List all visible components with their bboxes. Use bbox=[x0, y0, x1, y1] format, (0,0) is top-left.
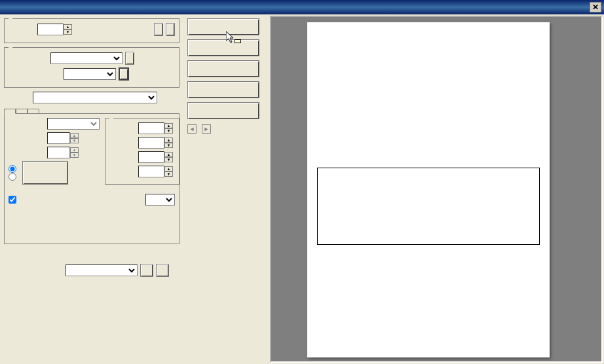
tab-page-layout[interactable] bbox=[4, 109, 16, 114]
close-window-button[interactable]: ✕ bbox=[590, 2, 601, 12]
page-next-button[interactable]: ► bbox=[202, 124, 211, 134]
adjust-fonts-button[interactable] bbox=[22, 161, 68, 185]
margins-group: ▲▼ ▲▼ ▲▼ ▲▼ bbox=[105, 118, 180, 185]
about-button[interactable] bbox=[187, 60, 259, 77]
formatting-add-button[interactable] bbox=[140, 264, 153, 277]
year-up[interactable]: ▲ bbox=[64, 24, 72, 29]
preview-panel bbox=[270, 16, 603, 363]
layout-select[interactable] bbox=[33, 92, 157, 103]
help-button[interactable] bbox=[187, 81, 259, 98]
week-starts-select[interactable] bbox=[64, 68, 116, 80]
formatting-remove-button[interactable] bbox=[156, 264, 169, 277]
tab-body: ▲▼ ▲▼ bbox=[4, 113, 179, 244]
holidays-button[interactable] bbox=[119, 67, 129, 81]
formatting-select[interactable] bbox=[66, 264, 138, 276]
generate-tooltip bbox=[235, 39, 241, 43]
calendar-date-group: ▲▼ bbox=[4, 18, 179, 43]
year-down[interactable]: ▼ bbox=[64, 29, 72, 35]
preview-page bbox=[307, 22, 550, 357]
height-input[interactable] bbox=[47, 147, 70, 158]
margin-bottom-input[interactable] bbox=[138, 166, 164, 177]
margin-top-input[interactable] bbox=[138, 137, 164, 149]
units-select[interactable] bbox=[145, 194, 175, 206]
width-input[interactable] bbox=[47, 132, 70, 144]
margin-right-input[interactable] bbox=[138, 151, 164, 163]
year-input[interactable] bbox=[37, 24, 64, 35]
none-button[interactable] bbox=[166, 23, 175, 36]
collapse-button[interactable] bbox=[187, 102, 259, 119]
titlebar: ✕ bbox=[0, 0, 604, 14]
margin-left-input[interactable] bbox=[138, 122, 164, 134]
landscape-radio[interactable] bbox=[9, 173, 16, 181]
generate-button[interactable] bbox=[187, 18, 259, 35]
calendar-language-group bbox=[4, 47, 179, 88]
language-select[interactable] bbox=[50, 52, 123, 64]
page-prev-button[interactable]: ◄ bbox=[187, 124, 197, 134]
preview-image-placeholder bbox=[317, 168, 540, 245]
create-in-doc-checkbox[interactable] bbox=[9, 196, 16, 204]
all-button[interactable] bbox=[154, 23, 163, 36]
page-size-select[interactable] bbox=[47, 118, 100, 130]
close-button[interactable] bbox=[187, 39, 259, 56]
new-lang-button[interactable] bbox=[125, 52, 134, 65]
portrait-radio[interactable] bbox=[9, 165, 16, 173]
